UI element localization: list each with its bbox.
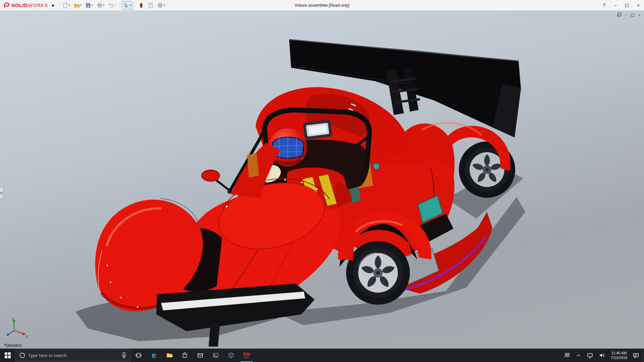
triad-x-label: X	[25, 335, 28, 339]
system-tray: 11:45 AM 7/13/2018	[561, 349, 644, 362]
clock-time: 11:45 AM	[611, 351, 627, 355]
hidden-icons-button[interactable]	[573, 349, 584, 362]
side-mirror[interactable]	[202, 170, 220, 181]
folder-icon	[166, 352, 173, 359]
people-icon	[564, 352, 571, 358]
taskbar-clock[interactable]: 11:45 AM 7/13/2018	[608, 349, 630, 362]
search-input[interactable]	[28, 353, 118, 358]
dropdown-caret: ▾	[80, 4, 82, 7]
show-desktop-button[interactable]	[642, 349, 644, 362]
file-properties-button[interactable]	[146, 1, 155, 10]
mail-button[interactable]	[193, 349, 208, 362]
standard-toolbar: ▾ ▾ ▾ ▾	[61, 1, 166, 10]
speaker-icon	[599, 352, 605, 358]
featuremanager-handle[interactable]	[0, 187, 3, 199]
solidworks-logo: SOLIDWORKS	[0, 2, 50, 9]
new-document-button[interactable]: ▾	[61, 1, 72, 10]
task-view-icon	[135, 352, 142, 359]
dropdown-caret: ▾	[129, 4, 131, 7]
solidworks-app-icon: SW 2017	[243, 352, 250, 359]
print-button[interactable]: ▾	[95, 1, 106, 10]
front-wheel[interactable]	[346, 241, 410, 305]
new-document-icon	[63, 3, 68, 8]
action-center-icon	[633, 352, 639, 359]
window-controls: ? − ×	[598, 0, 644, 11]
solidworks-window: SOLIDWORKS ▶ ▾ ▾	[0, 0, 644, 362]
document-restore-button[interactable]	[618, 12, 621, 18]
toolbar-separator	[119, 2, 120, 9]
network-button[interactable]	[584, 349, 596, 362]
chevron-up-icon	[576, 353, 581, 358]
maximize-icon	[625, 4, 629, 7]
clock-date: 7/13/2018	[611, 355, 627, 360]
brand-solid: SOLID	[11, 2, 28, 8]
rebuild-button[interactable]	[137, 1, 146, 10]
edge-button[interactable]: e	[146, 349, 162, 362]
maximize-icon	[631, 14, 634, 17]
windows-logo-icon	[5, 352, 11, 358]
task-view-button[interactable]	[131, 349, 146, 362]
toolbar-separator	[135, 2, 135, 9]
cortana-icon	[19, 352, 25, 359]
help-button[interactable]: ?	[598, 0, 610, 11]
titlebar: SOLIDWORKS ▶ ▾ ▾	[0, 0, 644, 11]
taskbar-search[interactable]	[15, 349, 131, 362]
document-minimize-button[interactable]: −	[625, 12, 627, 18]
file-properties-icon	[148, 3, 153, 8]
save-icon	[86, 3, 91, 8]
save-button[interactable]: ▾	[84, 1, 95, 10]
undo-icon	[108, 3, 114, 8]
document-maximize-button[interactable]	[631, 12, 634, 18]
select-cursor-icon	[123, 3, 129, 8]
window-title: Voiture assemblee [Read-only]	[294, 3, 349, 8]
document-window-controls: − ×	[618, 12, 641, 18]
chevron-right-icon	[1, 192, 2, 194]
select-button[interactable]: ▾	[122, 1, 132, 10]
action-center-button[interactable]	[630, 349, 642, 362]
print-icon	[97, 3, 102, 8]
open-button[interactable]: ▾	[72, 1, 83, 10]
dassault-logo-icon	[3, 2, 10, 9]
dropdown-caret: ▾	[114, 4, 116, 7]
file-explorer-button[interactable]	[162, 349, 177, 362]
toolbar-separator	[59, 2, 60, 9]
close-button[interactable]: ×	[633, 0, 644, 11]
orientation-triad: Y X	[3, 316, 30, 340]
microphone-icon[interactable]	[121, 352, 127, 359]
store-button[interactable]	[177, 349, 193, 362]
start-button[interactable]	[0, 349, 15, 362]
gear-icon	[157, 3, 163, 8]
document-close-button[interactable]: ×	[638, 12, 641, 18]
brand-works: WORKS	[28, 2, 48, 8]
maximize-button[interactable]	[621, 0, 633, 11]
solidworks-taskbar-button[interactable]: SW 2017	[239, 349, 254, 362]
dropdown-caret: ▾	[69, 4, 70, 7]
cube-icon	[228, 352, 234, 359]
edge-icon: e	[152, 351, 156, 359]
graphics-area[interactable]: − × Y X *Dimetric	[0, 11, 644, 349]
dropdown-caret: ▾	[163, 4, 165, 7]
undo-button[interactable]: ▾	[107, 1, 117, 10]
car-model[interactable]	[0, 11, 644, 349]
minimize-button[interactable]: −	[610, 0, 621, 11]
store-bag-icon	[181, 352, 188, 359]
view-orientation-label: *Dimetric	[4, 343, 22, 348]
open-folder-icon	[74, 3, 79, 8]
people-button[interactable]	[561, 349, 573, 362]
windscreen-mirror[interactable]	[303, 120, 332, 140]
restore-icon	[618, 14, 621, 16]
mail-icon	[197, 352, 204, 359]
dropdown-caret: ▾	[92, 4, 93, 7]
network-icon	[587, 352, 593, 359]
rebuild-stoplight-icon	[139, 3, 144, 8]
command-prompt-icon	[212, 352, 219, 359]
app-cube-button[interactable]	[223, 349, 239, 362]
windows-taskbar: e	[0, 349, 644, 362]
menu-flyout-arrow[interactable]: ▶	[50, 3, 58, 7]
triad-y-label: Y	[11, 317, 14, 321]
command-prompt-button[interactable]	[208, 349, 223, 362]
dropdown-caret: ▾	[103, 4, 104, 7]
options-button[interactable]: ▾	[156, 1, 166, 10]
volume-button[interactable]	[596, 349, 608, 362]
